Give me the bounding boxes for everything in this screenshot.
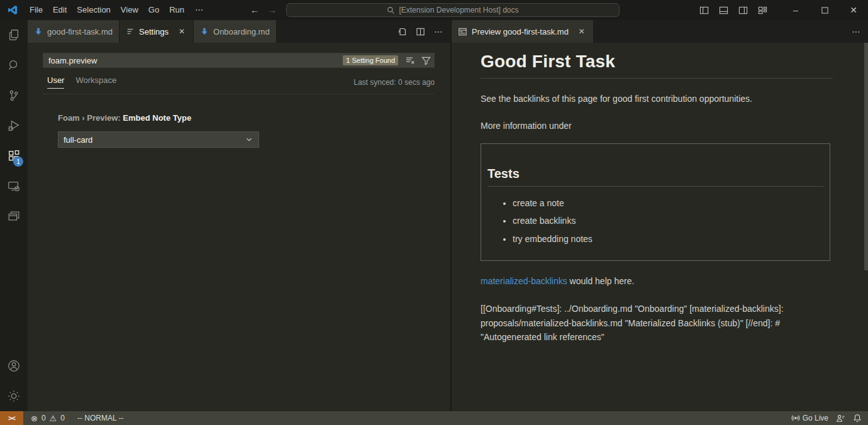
menu-run[interactable]: Run	[164, 3, 189, 17]
preview-paragraph-link: materialized-backlinks would help here.	[481, 275, 833, 288]
markdown-preview-icon	[458, 27, 467, 36]
menu-selection[interactable]: Selection	[72, 3, 115, 17]
scope-tab-workspace[interactable]: Workspace	[75, 75, 116, 89]
markdown-file-icon	[34, 27, 43, 36]
editor-group-right: Preview good-first-task.md ✕ ⋯ Good Firs…	[450, 20, 868, 411]
editor-group-left: good-first-task.md Settings ✕ Onboarding…	[28, 20, 450, 411]
title-bar: File Edit Selection View Go Run ⋯ ← → [E…	[0, 0, 868, 20]
broadcast-icon	[791, 414, 800, 422]
tab-bar-right: Preview good-first-task.md ✕ ⋯	[452, 20, 868, 43]
windows-panel-icon[interactable]	[0, 201, 28, 231]
problems-status[interactable]: ⊗ 0 ⚠ 0	[27, 411, 69, 425]
settings-results-badge: 1 Setting Found	[343, 55, 398, 65]
toggle-primary-sidebar-icon[interactable]	[699, 6, 709, 15]
tab-good-first-task[interactable]: good-first-task.md	[28, 20, 120, 43]
editor-more-actions-icon[interactable]: ⋯	[434, 26, 443, 36]
filter-settings-icon[interactable]	[421, 56, 431, 65]
preview-paragraph-backlinks: See the backlinks of this page for good …	[481, 92, 833, 106]
menu-more-icon[interactable]: ⋯	[189, 3, 209, 17]
markdown-file-icon	[200, 27, 209, 36]
settings-search-input[interactable]	[43, 56, 343, 65]
source-control-icon[interactable]	[0, 80, 28, 111]
activity-bar: 1	[0, 20, 28, 411]
embedded-note-list: create a note create backlinks try embed…	[487, 197, 823, 245]
preview-scrollbar-thumb[interactable]	[864, 43, 868, 270]
scope-tab-user[interactable]: User	[47, 75, 64, 89]
toggle-secondary-sidebar-icon[interactable]	[738, 6, 748, 15]
go-live-label: Go Live	[803, 414, 828, 422]
markdown-preview-content: Good First Task See the backlinks of thi…	[452, 43, 833, 345]
tab-label: Settings	[139, 27, 169, 36]
tab-settings[interactable]: Settings ✕	[120, 20, 194, 43]
error-count: 0	[42, 414, 46, 422]
settings-search-box: 1 Setting Found	[43, 53, 435, 68]
tab-close-icon[interactable]: ✕	[177, 27, 187, 36]
embed-note-type-dropdown[interactable]: full-card	[58, 131, 259, 148]
clear-search-filters-icon[interactable]	[405, 55, 415, 65]
extensions-icon[interactable]: 1	[0, 141, 28, 171]
tab-label: good-first-task.md	[47, 27, 113, 36]
preview-paragraph-more-info: More information under	[481, 119, 833, 133]
run-debug-icon[interactable]	[0, 111, 28, 141]
search-icon	[387, 6, 395, 14]
menu-go[interactable]: Go	[143, 3, 164, 17]
tab-onboarding[interactable]: Onboarding.md	[194, 20, 277, 43]
search-view-icon[interactable]	[0, 50, 28, 80]
history-back-icon[interactable]: ←	[250, 5, 259, 15]
error-icon: ⊗	[31, 414, 38, 423]
extensions-badge: 1	[13, 157, 23, 167]
settings-editor-icon	[126, 27, 135, 36]
preview-title: Good First Task	[481, 52, 833, 79]
notifications-button[interactable]	[849, 411, 868, 425]
person-feedback-icon	[836, 414, 845, 423]
embedded-note-title: Tests	[487, 167, 823, 187]
window-close-button[interactable]: ✕	[839, 0, 868, 20]
split-editor-icon[interactable]	[416, 27, 425, 36]
dropdown-value: full-card	[64, 135, 92, 145]
status-bar: >< ⊗ 0 ⚠ 0 -- NORMAL -- Go Live	[0, 411, 868, 425]
go-live-button[interactable]: Go Live	[787, 411, 832, 425]
explorer-icon[interactable]	[0, 20, 28, 50]
vscode-window: File Edit Selection View Go Run ⋯ ← → [E…	[0, 0, 868, 425]
warning-icon: ⚠	[50, 414, 57, 423]
toggle-panel-icon[interactable]	[719, 6, 728, 15]
remote-explorer-icon[interactable]	[0, 171, 28, 201]
menu-view[interactable]: View	[116, 3, 143, 17]
window-minimize-button[interactable]: –	[781, 0, 810, 20]
menu-edit[interactable]: Edit	[48, 3, 72, 17]
tab-label: Onboarding.md	[213, 27, 270, 36]
link-references-text: [[Onboarding#Tests]: ../Onboarding.md "O…	[481, 302, 830, 345]
tab-bar-left: good-first-task.md Settings ✕ Onboarding…	[28, 20, 450, 43]
remote-indicator[interactable]: ><	[0, 411, 23, 425]
editor-more-actions-icon[interactable]: ⋯	[852, 26, 860, 36]
markdown-preview-pane: Good First Task See the backlinks of thi…	[452, 43, 868, 411]
tab-label: Preview good-first-task.md	[472, 27, 569, 36]
settings-scope-tabs: User Workspace Last synced: 0 secs ago	[43, 75, 435, 94]
list-item: create backlinks	[513, 214, 823, 227]
vscode-logo-icon	[7, 4, 18, 16]
command-center-search[interactable]: [Extension Development Host] docs	[286, 3, 620, 17]
settings-gear-icon[interactable]	[0, 381, 28, 411]
embedded-note-card: Tests create a note create backlinks try…	[481, 143, 830, 261]
command-center-label: [Extension Development Host] docs	[399, 6, 518, 14]
list-item: create a note	[513, 197, 823, 209]
history-forward-icon[interactable]: →	[268, 5, 277, 15]
tab-close-icon[interactable]: ✕	[577, 27, 587, 36]
menu-file[interactable]: File	[25, 3, 48, 17]
window-maximize-button[interactable]	[810, 0, 839, 20]
open-settings-json-icon[interactable]	[397, 26, 407, 36]
accounts-icon[interactable]	[0, 351, 28, 381]
maximize-icon	[821, 7, 828, 14]
bell-icon	[853, 414, 862, 422]
tab-preview-good-first-task[interactable]: Preview good-first-task.md ✕	[452, 20, 594, 43]
last-synced-label: Last synced: 0 secs ago	[353, 78, 435, 87]
customize-layout-icon[interactable]	[758, 6, 767, 15]
chevron-down-icon	[245, 135, 253, 144]
setting-label: Embed Note Type	[123, 113, 191, 123]
vim-mode-indicator[interactable]: -- NORMAL --	[74, 411, 128, 425]
setting-row-embed-note-type: Foam › Preview: Embed Note Type full-car…	[58, 113, 450, 148]
materialized-backlinks-link[interactable]: materialized-backlinks	[481, 276, 567, 286]
settings-editor: 1 Setting Found User Workspace Last sync…	[28, 43, 450, 411]
feedback-button[interactable]	[832, 411, 849, 425]
setting-title: Foam › Preview: Embed Note Type	[58, 113, 450, 123]
